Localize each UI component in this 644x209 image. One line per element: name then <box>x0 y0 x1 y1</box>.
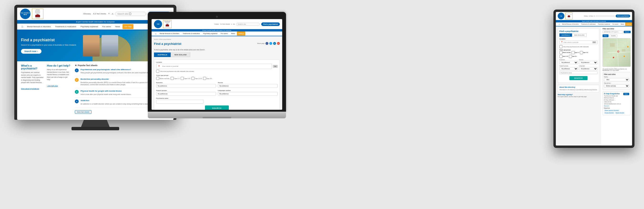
nav-news[interactable]: News <box>114 24 122 29</box>
laptop-font-small[interactable]: a <box>232 23 232 25</box>
fact-title-3[interactable]: Physical health for people with mental i… <box>80 90 131 92</box>
tablet-nav-settings[interactable]: Settings <box>625 23 632 26</box>
nav-carers[interactable]: For carers <box>100 24 113 29</box>
tablet-age-1-3-lbl: Ages 1-3 <box>575 52 579 53</box>
nav-treatments[interactable]: Treatments & medication <box>53 24 78 29</box>
tablet-nav-treatments[interactable]: Treatments & medication <box>580 23 597 26</box>
support-select[interactable]: No preferences <box>156 92 216 96</box>
tablet-nav-mental[interactable]: Mental Illnesses & Disorders <box>561 23 580 26</box>
tablet-age-16-cb[interactable] <box>569 55 572 58</box>
home-nav-icon[interactable]: ⌂ <box>20 24 24 29</box>
tablet-result-search-input[interactable] <box>602 31 623 33</box>
expertise-select[interactable]: No preference <box>156 84 216 88</box>
tablet-find-button[interactable]: Find a psychiatrist <box>616 15 630 18</box>
laptop-font-large[interactable]: A <box>233 23 234 25</box>
tablet-show-all[interactable]: Show all > <box>604 105 629 107</box>
laptop-nav-news[interactable]: News <box>230 32 236 36</box>
tablet-search-btn[interactable]: SEARCH <box>570 76 588 80</box>
laptop-nav-mental[interactable]: Mental Illnesses & Disorders <box>158 32 181 36</box>
tablet-nz-tab[interactable]: NEW ZEALAND <box>572 33 586 37</box>
location-go-button[interactable]: Go <box>273 65 278 68</box>
laptop-royal-text: The Royal Australian & New Zealand Colle… <box>164 21 171 24</box>
facebook-share-icon[interactable]: f <box>266 42 268 45</box>
search-bar[interactable]: Search site <box>115 12 146 16</box>
tablet-australia-tab[interactable]: AUSTRALIA <box>560 33 572 37</box>
tablet-expertise-select[interactable]: No preference <box>560 61 578 64</box>
tablet-glossary[interactable]: Unitary <box>584 15 588 17</box>
australia-tab[interactable]: AUSTRALIA <box>154 53 171 57</box>
tablet-age-filter-select[interactable]: Mother and baby <box>604 84 629 88</box>
new-zealand-tab[interactable]: NEW ZEALAND <box>171 53 190 57</box>
tablet-psychiatrist-name-field[interactable] <box>560 71 598 74</box>
az-link[interactable]: A-Z fact sheets <box>93 13 106 15</box>
tablet-font-a[interactable]: A <box>594 15 595 17</box>
twitter-share-icon[interactable]: t <box>269 42 272 45</box>
tablet-age-baby-cb[interactable] <box>560 51 562 54</box>
tablet-nav-carers[interactable]: For carers <box>611 23 620 26</box>
laptop-glossary[interactable]: Unitary <box>214 23 219 25</box>
location-row: Location 📍 Go <box>156 62 278 73</box>
googleplus-share-icon[interactable]: g+ <box>277 42 280 45</box>
tablet-age-11-15-lbl: Ages 11-15 <box>563 56 568 57</box>
tablet-map-tab-btn[interactable]: Map <box>602 34 608 37</box>
nav-psychiatry[interactable]: Psychiatry explained <box>79 24 100 29</box>
glossary-link[interactable]: Glossary <box>83 13 91 15</box>
fact-title-1[interactable]: Psychiatrists and psychologists: what's … <box>80 69 155 71</box>
more-fact-sheets-button[interactable]: More fact sheets <box>75 110 92 114</box>
age-4-10-checkbox[interactable] <box>181 77 184 80</box>
tablet-location-field[interactable] <box>564 42 592 43</box>
laptop-find-button[interactable]: Find a psychiatrist <box>261 23 280 26</box>
languages-group: Languages spoken No preference <box>218 90 278 96</box>
tablet-nav-news[interactable]: News <box>620 23 626 26</box>
tablet-radius-select[interactable]: +5km <box>604 78 629 81</box>
laptop-home-icon[interactable]: ⌂ <box>154 32 158 36</box>
tablet-age-4-10-cb[interactable] <box>580 51 583 54</box>
tablet-home-icon[interactable]: ⌂ <box>558 23 561 26</box>
languages-select[interactable]: No preference <box>218 92 278 96</box>
more-psychiatrists-link[interactable]: More about psychiatrists <box>21 88 39 89</box>
search-button[interactable]: SEARCH <box>205 105 229 110</box>
psychiatry-name-input[interactable] <box>156 100 204 104</box>
tablet-age-1-3-cb[interactable] <box>572 51 575 54</box>
age-baby-checkbox[interactable] <box>156 77 159 80</box>
age-1-3-checkbox[interactable] <box>171 77 174 80</box>
person-silhouette-1 <box>83 35 100 57</box>
tablet-location-go[interactable]: Go <box>592 41 596 43</box>
tablet-az[interactable]: A-Z fact <box>589 15 593 17</box>
tablet-search-bar[interactable] <box>596 15 615 17</box>
telehealth-checkbox[interactable] <box>156 70 159 73</box>
tablet-about-title: About this directory <box>560 86 598 88</box>
tablet-nav-psychiatry[interactable]: Psychiatry explained <box>597 23 611 26</box>
tablet-telehealth-checkbox[interactable] <box>560 45 562 48</box>
tablet-support-select[interactable]: No preference <box>560 67 578 70</box>
laptop-nav-carers[interactable]: For carers <box>219 32 229 36</box>
tablet-language-select[interactable]: No preference <box>579 67 598 70</box>
linkedin-share-icon[interactable]: in <box>273 42 276 45</box>
service-select[interactable]: No preference <box>218 84 278 88</box>
nav-mental-illness[interactable]: Mental Illnesses & disorders <box>25 24 53 29</box>
tablet-age-11-15-cb[interactable] <box>560 55 562 58</box>
get-help-link[interactable]: › Get help now <box>47 85 58 87</box>
age-16plus-checkbox[interactable] <box>203 77 206 80</box>
tablet-result-clinic: The Boronia Health and Wellness Retreat … <box>604 95 629 99</box>
laptop-nav-treatments[interactable]: Treatments & medication <box>181 32 201 36</box>
laptop-nav-psychiatry[interactable]: Psychiatry explained <box>202 32 219 36</box>
search-now-button[interactable]: Search now › <box>21 49 42 54</box>
service-group: Service No preference <box>218 82 278 88</box>
age-11-15-checkbox[interactable] <box>192 77 194 80</box>
tablet-result-search-btn[interactable]: Search <box>624 31 631 33</box>
font-a-small[interactable]: A <box>108 13 110 15</box>
laptop-nav-settings[interactable]: Settings <box>237 32 246 36</box>
age-groups-row: Treats age groups Mother and baby Ages 1… <box>156 75 278 80</box>
tablet-screen: YHM The Royal Australian Psychiatrists U… <box>556 12 632 145</box>
tablet-service-select[interactable]: No preference <box>579 61 598 64</box>
tablet-refer-button[interactable]: Refer <box>623 93 629 95</box>
location-group: Location 📍 Go <box>156 62 278 73</box>
laptop-search-bar[interactable]: Search site <box>236 23 260 26</box>
nav-gethelp[interactable]: Get help <box>122 24 134 29</box>
fact-content-3: Physical health for people with mental i… <box>80 90 131 95</box>
location-input-field[interactable] <box>161 65 270 68</box>
laptop-az[interactable]: A-Z fact sheets <box>220 23 230 25</box>
tablet-satellite-tab-btn[interactable]: Satellite <box>610 34 618 37</box>
font-a-large[interactable]: A <box>112 13 113 15</box>
